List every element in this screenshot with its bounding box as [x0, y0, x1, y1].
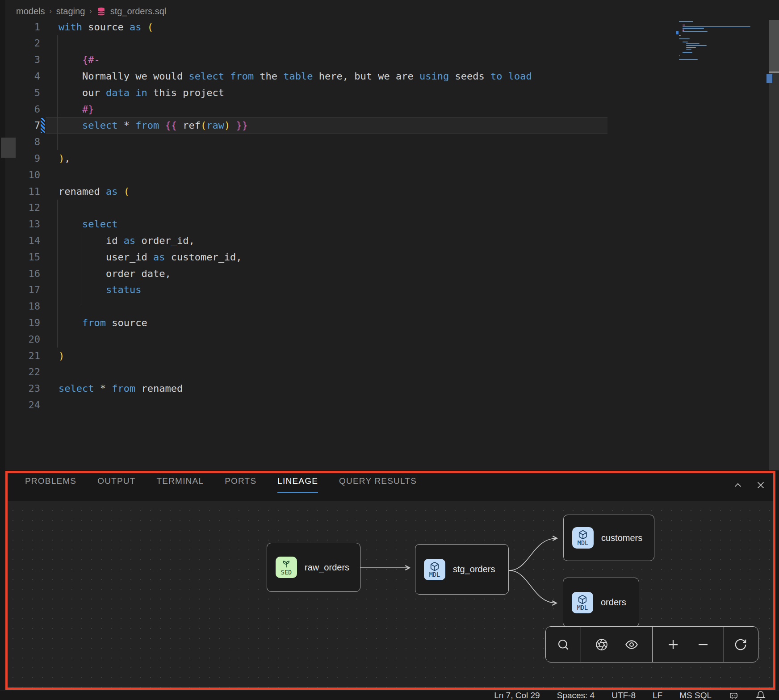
code-line[interactable]: select * from {{ ref(raw) }}	[59, 117, 248, 134]
line-number: 15	[13, 249, 40, 265]
line-number: 18	[13, 298, 40, 314]
maximize-panel-button[interactable]	[731, 478, 745, 492]
panel-tab-bar: PROBLEMSOUTPUTTERMINALPORTSLINEAGEQUERY …	[25, 476, 417, 493]
eol-status[interactable]: LF	[653, 691, 662, 700]
badge-label: SED	[281, 569, 292, 575]
minimap-slider[interactable]	[769, 20, 779, 73]
indentation-status[interactable]: Spaces: 4	[557, 691, 595, 700]
minimap-line	[679, 35, 681, 36]
line-number: 10	[13, 167, 40, 183]
refresh-button[interactable]	[731, 635, 750, 654]
tab-query-results[interactable]: QUERY RESULTS	[339, 476, 417, 492]
tab-problems[interactable]: PROBLEMS	[25, 476, 76, 492]
line-number: 9	[13, 150, 40, 167]
minimap-line	[679, 55, 680, 56]
minimap-line	[679, 38, 690, 39]
node-label: customers	[601, 533, 642, 543]
lineage-toolbar	[545, 626, 758, 662]
visibility-button[interactable]	[622, 635, 641, 654]
zoom-in-button[interactable]	[663, 635, 683, 654]
database-icon	[96, 7, 106, 16]
line-number: 22	[13, 364, 40, 380]
line-number: 5	[13, 84, 40, 101]
plus-icon	[666, 637, 680, 652]
line-number: 14	[13, 232, 40, 249]
search-button[interactable]	[553, 635, 573, 654]
close-panel-button[interactable]	[754, 478, 768, 492]
line-number: 19	[13, 314, 40, 331]
line-number: 1	[13, 19, 40, 35]
line-number: 21	[13, 348, 40, 364]
badge-label: MDL	[578, 540, 588, 546]
lineage-node-raw_orders[interactable]: SEDraw_orders	[267, 543, 360, 592]
line-number: 11	[13, 183, 40, 200]
indent-guide	[57, 200, 58, 348]
minimap-line	[686, 43, 699, 44]
cube-icon	[578, 530, 588, 540]
line-number: 16	[13, 265, 40, 282]
copilot-icon[interactable]	[729, 690, 739, 700]
chevron-right-icon: ›	[89, 7, 92, 15]
tab-terminal[interactable]: TERMINAL	[157, 476, 204, 492]
code-line[interactable]: Normally we would select from the table …	[59, 68, 532, 84]
tab-output[interactable]: OUTPUT	[97, 476, 135, 492]
line-number: 3	[13, 51, 40, 68]
line-number: 17	[13, 281, 40, 298]
zoom-out-button[interactable]	[693, 635, 713, 654]
chevron-right-icon: ›	[49, 7, 51, 15]
minimap-line	[683, 31, 708, 32]
lineage-node-stg_orders[interactable]: MDLstg_orders	[415, 544, 509, 595]
model-badge: MDL	[572, 527, 594, 549]
code-line[interactable]: from source	[59, 314, 147, 331]
breadcrumb-file[interactable]: stg_orders.sql	[110, 6, 167, 17]
lineage-node-orders[interactable]: MDLorders	[563, 578, 639, 627]
vscode-window: models › staging › stg_orders.sql 1with …	[0, 0, 779, 700]
breadcrumb-item-staging[interactable]: staging	[56, 6, 85, 17]
minimap-line	[686, 49, 691, 50]
cursor-position-status[interactable]: Ln 7, Col 29	[494, 691, 540, 700]
editor-left-rail	[0, 0, 5, 470]
language-mode-status[interactable]: MS SQL	[679, 691, 712, 700]
lineage-node-customers[interactable]: MDLcustomers	[563, 515, 654, 561]
line-number: 20	[13, 331, 40, 348]
code-line[interactable]: )	[59, 348, 64, 364]
code-line[interactable]: select	[59, 216, 117, 232]
code-line[interactable]: with source as (	[59, 19, 153, 35]
cube-icon	[578, 595, 587, 604]
code-line[interactable]: status	[59, 281, 141, 298]
code-line[interactable]: id as order_id,	[59, 232, 195, 249]
line-number: 6	[13, 101, 40, 117]
minimap-change-marker	[676, 31, 678, 34]
tab-ports[interactable]: PORTS	[225, 476, 256, 492]
encoding-status[interactable]: UTF-8	[611, 691, 636, 700]
badge-label: MDL	[429, 571, 440, 578]
minus-icon	[696, 637, 710, 652]
code-line[interactable]: user_id as customer_id,	[59, 249, 242, 265]
tab-lineage[interactable]: LINEAGE	[277, 476, 318, 493]
code-line[interactable]: {#-	[59, 51, 100, 68]
code-line[interactable]: ),	[59, 150, 71, 167]
breadcrumb-item-models[interactable]: models	[16, 6, 45, 17]
line-number: 7	[13, 117, 40, 134]
minimap-line	[683, 52, 692, 53]
indent-guide	[57, 35, 58, 150]
aperture-icon	[595, 638, 608, 651]
modified-line-gutter-marker	[41, 118, 45, 133]
notifications-bell-icon[interactable]	[756, 691, 766, 700]
line-number: 13	[13, 216, 40, 232]
minimap-line	[683, 26, 750, 27]
code-line[interactable]: #}	[59, 101, 94, 117]
code-line[interactable]: renamed as (	[59, 183, 130, 200]
code-line[interactable]: order_date,	[59, 265, 171, 282]
minimap-line	[683, 25, 685, 25]
aperture-button[interactable]	[592, 635, 611, 654]
code-line[interactable]: our data in this project	[59, 84, 224, 101]
line-number: 4	[13, 68, 40, 84]
code-line[interactable]: select * from renamed	[59, 380, 183, 397]
line-number: 24	[13, 397, 40, 413]
node-label: stg_orders	[453, 564, 495, 574]
overview-ruler-line	[769, 71, 779, 73]
minimap-line	[683, 42, 688, 42]
indent-guide	[81, 232, 81, 305]
scrollbar-track[interactable]	[769, 73, 779, 470]
